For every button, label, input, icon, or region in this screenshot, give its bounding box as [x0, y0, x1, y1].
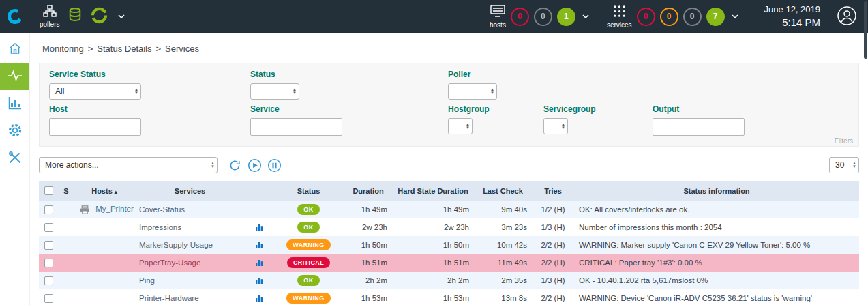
column-header-select-all [39, 181, 58, 201]
hostgroup-select[interactable]: ▲▼ [448, 118, 473, 134]
row-select-cell [39, 272, 58, 289]
graph-icon[interactable] [255, 276, 263, 285]
sidebar-item-monitoring[interactable] [0, 63, 29, 90]
sidebar-item-configuration[interactable] [0, 117, 29, 145]
breadcrumb-item-services[interactable]: Services [165, 44, 199, 54]
table-row: Ping OK2h 2m2h 2m2m 35s1/3 (H)OK - 10.40… [39, 272, 859, 289]
status-cell: WARNING [273, 236, 344, 254]
more-actions-select[interactable]: More actions... ▲▼ [39, 157, 218, 173]
column-header-hosts[interactable]: Hosts▴ [74, 181, 134, 201]
page-size-select[interactable]: 30 ▲▼ [829, 157, 859, 173]
breadcrumb-item-status-details[interactable]: Status Details [97, 44, 151, 54]
service-link[interactable]: Printer-Hardware [139, 294, 199, 302]
services-chevron-down-icon[interactable] [732, 14, 738, 18]
poller-sync-icon[interactable] [91, 7, 108, 26]
hosts-chevron-down-icon[interactable] [582, 14, 589, 18]
select-all-checkbox[interactable] [44, 186, 53, 195]
row-checkbox[interactable] [44, 276, 53, 285]
column-header-status[interactable]: Status [273, 181, 344, 201]
column-header-s[interactable]: S [58, 181, 74, 201]
hosts-unknown-counter[interactable]: 0 [534, 8, 552, 26]
severity-cell [58, 236, 74, 254]
tries-cell: 2/2 (H) [532, 289, 574, 305]
sidebar-item-home[interactable] [0, 35, 29, 63]
services-unknown-counter[interactable]: 0 [683, 8, 702, 26]
scrollbar-thumb[interactable] [864, 1, 867, 59]
pollers-group: pollers [40, 5, 125, 28]
column-header-tries[interactable]: Tries [532, 181, 574, 201]
host-link[interactable]: My_Printer [95, 205, 134, 213]
service-link[interactable]: Ping [139, 276, 155, 285]
column-header-services[interactable]: Services [134, 181, 245, 201]
select-arrows-icon: ▲▼ [490, 88, 494, 95]
hosts-status-group: hosts 001 [490, 5, 589, 29]
play-button[interactable] [247, 158, 262, 173]
output-input[interactable] [653, 118, 745, 136]
lastcheck-cell: 2m 35s [474, 272, 532, 289]
poller-select[interactable]: ▲▼ [448, 83, 497, 100]
row-checkbox[interactable] [44, 241, 53, 250]
row-checkbox[interactable] [44, 259, 53, 267]
select-arrows-icon: ▲▼ [561, 123, 565, 130]
centreon-logo[interactable] [0, 0, 30, 33]
services-menu[interactable]: services [607, 5, 632, 29]
lastcheck-cell: 9m 40s [474, 201, 532, 218]
services-ok-counter[interactable]: 7 [706, 8, 725, 26]
breadcrumb-item-monitoring[interactable]: Monitoring [42, 44, 84, 54]
column-header-duration[interactable]: Duration [344, 181, 392, 201]
row-select-cell [39, 254, 58, 272]
host-input[interactable] [49, 118, 141, 136]
service-link[interactable]: Cover-Status [139, 205, 185, 214]
row-checkbox[interactable] [44, 223, 53, 232]
graph-icon[interactable] [255, 259, 263, 267]
graph-icon[interactable] [255, 223, 263, 231]
table-row: Impressions OK2w 23h2w 23h3m 23s1/3 (H)N… [39, 218, 859, 236]
pollers-chevron-down-icon[interactable] [118, 14, 125, 18]
row-checkbox[interactable] [44, 294, 53, 303]
vertical-scrollbar[interactable] [863, 0, 868, 305]
row-checkbox[interactable] [44, 205, 53, 214]
graph-icon[interactable] [255, 294, 263, 302]
pause-button[interactable] [267, 158, 282, 173]
service-cell: Impressions [134, 218, 245, 236]
database-icon[interactable] [68, 7, 83, 26]
servicegroup-select[interactable]: ▲▼ [543, 118, 568, 134]
service-link[interactable]: Impressions [139, 223, 181, 231]
hosts-critical-counter[interactable]: 0 [511, 8, 529, 26]
status-cell: OK [273, 272, 344, 289]
user-menu[interactable] [837, 5, 857, 28]
home-icon [8, 42, 22, 57]
duration-cell: 1h 53m [344, 289, 392, 305]
breadcrumb: Monitoring>Status Details>Services [30, 33, 868, 63]
info-cell: OK: All covers/interlocks are ok. [574, 201, 859, 218]
column-header-info[interactable]: Status information [574, 181, 859, 201]
pollers-menu[interactable]: pollers [40, 5, 59, 28]
sidebar-item-reports[interactable] [0, 90, 29, 117]
column-header-lastcheck[interactable]: Last Check [474, 181, 532, 201]
service-input[interactable] [250, 118, 342, 136]
info-cell: WARNING: Marker supply 'Canon C-EXV 29 Y… [574, 236, 859, 254]
service-cell: PaperTray-Usage [134, 254, 245, 272]
status-badge: OK [297, 222, 319, 233]
graph-icon[interactable] [255, 241, 263, 249]
service-status-select[interactable]: All ▲▼ [49, 83, 141, 100]
host-cell: My_Printer [74, 201, 134, 218]
info-cell: CRITICAL: Paper tray '1#3': 0.00 % [574, 254, 859, 272]
services-critical-counter[interactable]: 0 [637, 8, 655, 26]
select-arrows-icon: ▲▼ [466, 123, 470, 130]
hard-cell: 2h 2m [392, 272, 474, 289]
more-actions-select-value: More actions... [45, 160, 99, 170]
refresh-button[interactable] [227, 158, 242, 173]
service-link[interactable]: MarkerSupply-Usage [139, 241, 213, 249]
lastcheck-cell: 3m 23s [474, 218, 532, 236]
service-link[interactable]: PaperTray-Usage [139, 259, 200, 267]
status-select[interactable]: ▲▼ [250, 83, 299, 100]
hosts-ok-counter[interactable]: 1 [557, 8, 575, 26]
services-warning-counter[interactable]: 0 [660, 8, 678, 26]
hosts-menu[interactable]: hosts [490, 5, 506, 29]
column-header-hard[interactable]: Hard State Duration [392, 181, 474, 201]
gear-icon [8, 123, 23, 140]
sidebar-item-administration[interactable] [0, 145, 29, 172]
table-row: My_PrinterCover-StatusOK1h 49m1h 49m9m 4… [39, 201, 859, 218]
refresh-controls [227, 158, 282, 173]
